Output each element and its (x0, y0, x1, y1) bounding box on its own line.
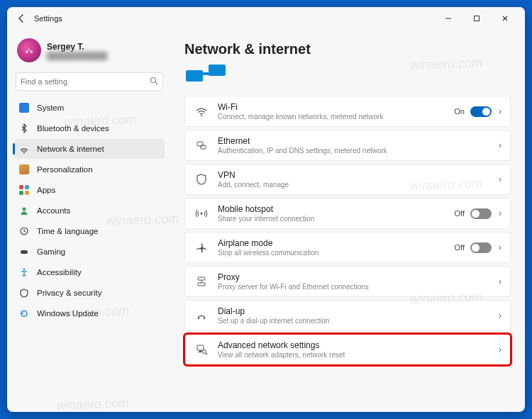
vpn-icon (194, 172, 209, 187)
maximize-button[interactable] (462, 9, 491, 28)
card-hotspot[interactable]: Mobile hotspotShare your internet connec… (184, 198, 511, 229)
page-title: Network & internet (184, 41, 511, 57)
card-title: VPN (218, 170, 499, 180)
sidebar-item-update[interactable]: Windows Update (14, 303, 165, 323)
card-status: Off (455, 243, 465, 252)
card-subtitle: Share your internet connection (218, 215, 455, 223)
card-subtitle: View all network adapters, network reset (218, 351, 499, 359)
advanced-icon (194, 342, 209, 357)
sidebar-item-label: Accessibility (37, 268, 82, 276)
chevron-right-icon: › (499, 140, 501, 150)
search-box[interactable] (16, 72, 163, 91)
toggle-wifi[interactable] (470, 106, 492, 117)
sidebar-item-label: Bluetooth & devices (37, 124, 109, 133)
gaming-icon (18, 246, 30, 257)
apps-icon (18, 184, 30, 196)
user-email-blurred: ████████████ (47, 52, 107, 60)
sidebar-item-accessibility[interactable]: Accessibility (14, 262, 165, 282)
card-title: Airplane mode (218, 238, 455, 248)
sidebar-item-label: Apps (37, 186, 55, 194)
svg-rect-16 (198, 277, 205, 280)
sidebar: Sergey T. ████████████ SystemBluetooth &… (7, 30, 170, 412)
sidebar-item-privacy[interactable]: Privacy & security (14, 283, 165, 303)
card-dialup[interactable]: Dial-upSet up a dial-up internet connect… (184, 300, 511, 331)
sidebar-item-system[interactable]: System (14, 98, 165, 118)
card-title: Ethernet (218, 136, 499, 146)
svg-rect-21 (197, 345, 204, 350)
card-title: Advanced network settings (218, 340, 499, 350)
card-subtitle: Authentication, IP and DNS settings, met… (218, 147, 499, 155)
sidebar-item-accounts[interactable]: Accounts (14, 201, 165, 220)
sidebar-item-label: Windows Update (37, 309, 99, 318)
update-icon (18, 308, 30, 319)
titlebar: Settings (7, 7, 525, 30)
sidebar-item-time[interactable]: Time & language (14, 221, 165, 241)
wifi-icon (194, 104, 209, 119)
card-vpn[interactable]: VPNAdd, connect, manage› (184, 164, 511, 195)
airplane-icon (194, 240, 209, 255)
search-icon (150, 75, 158, 88)
chevron-right-icon: › (499, 208, 501, 218)
accessibility-icon (18, 267, 30, 278)
svg-point-20 (204, 318, 205, 319)
sidebar-item-apps[interactable]: Apps (14, 180, 165, 200)
card-title: Mobile hotspot (218, 204, 455, 214)
card-subtitle: Add, connect, manage (218, 181, 499, 189)
card-subtitle: Stop all wireless communication (218, 249, 455, 257)
chevron-right-icon: › (499, 311, 501, 320)
minimize-button[interactable] (434, 9, 462, 28)
svg-rect-23 (198, 352, 203, 352)
svg-point-19 (198, 318, 199, 319)
chevron-right-icon: › (499, 106, 501, 116)
main-content: Network & internet Wi-FiConnect, manage … (170, 30, 525, 412)
svg-rect-1 (475, 16, 480, 21)
accounts-icon (18, 205, 30, 216)
network-icon (18, 143, 30, 155)
privacy-icon (18, 287, 30, 298)
sidebar-item-bluetooth[interactable]: Bluetooth & devices (14, 118, 165, 138)
card-proxy[interactable]: ProxyProxy server for Wi-Fi and Ethernet… (184, 266, 511, 297)
svg-point-2 (151, 78, 156, 83)
chevron-right-icon: › (499, 345, 501, 354)
sidebar-item-gaming[interactable]: Gaming (14, 242, 165, 262)
svg-rect-22 (199, 350, 201, 352)
sidebar-item-label: Privacy & security (37, 289, 101, 297)
sidebar-item-personalization[interactable]: Personalization (14, 160, 165, 179)
svg-point-4 (23, 152, 25, 154)
svg-rect-9 (186, 70, 203, 82)
card-title: Wi-Fi (218, 102, 454, 112)
card-airplane[interactable]: Airplane modeStop all wireless communica… (184, 232, 511, 263)
toggle-hotspot[interactable] (470, 208, 492, 219)
svg-rect-17 (198, 283, 205, 286)
card-subtitle: Set up a dial-up internet connection (218, 317, 499, 325)
search-input[interactable] (21, 77, 150, 86)
svg-rect-7 (21, 250, 28, 254)
personalization-icon (18, 164, 30, 175)
user-block[interactable]: Sergey T. ████████████ (14, 34, 165, 69)
close-button[interactable] (491, 9, 519, 28)
card-wifi[interactable]: Wi-FiConnect, manage known networks, met… (184, 96, 511, 127)
settings-window: Settings Sergey T. ████████████ SystemBl… (7, 7, 525, 412)
card-advanced[interactable]: Advanced network settingsView all networ… (184, 334, 511, 365)
nav-list: SystemBluetooth & devicesNetwork & inter… (14, 98, 165, 323)
card-title: Proxy (218, 272, 499, 282)
sidebar-item-label: Gaming (37, 247, 65, 256)
card-subtitle: Connect, manage known networks, metered … (218, 113, 454, 121)
user-name: Sergey T. (47, 42, 107, 52)
svg-point-15 (201, 213, 203, 215)
toggle-airplane[interactable] (470, 242, 492, 253)
chevron-right-icon: › (499, 276, 501, 286)
avatar (17, 38, 41, 62)
card-ethernet[interactable]: EthernetAuthentication, IP and DNS setti… (184, 130, 511, 161)
back-button[interactable] (13, 10, 30, 27)
card-subtitle: Proxy server for Wi-Fi and Ethernet conn… (218, 283, 499, 291)
chevron-right-icon: › (499, 242, 501, 252)
svg-line-25 (206, 353, 207, 354)
sidebar-item-label: Accounts (37, 206, 70, 215)
system-icon (18, 102, 30, 113)
sidebar-item-label: Personalization (37, 165, 93, 174)
hotspot-icon (194, 206, 209, 221)
ethernet-icon (194, 138, 209, 153)
sidebar-item-network[interactable]: Network & internet (14, 139, 165, 159)
svg-line-3 (155, 82, 157, 84)
